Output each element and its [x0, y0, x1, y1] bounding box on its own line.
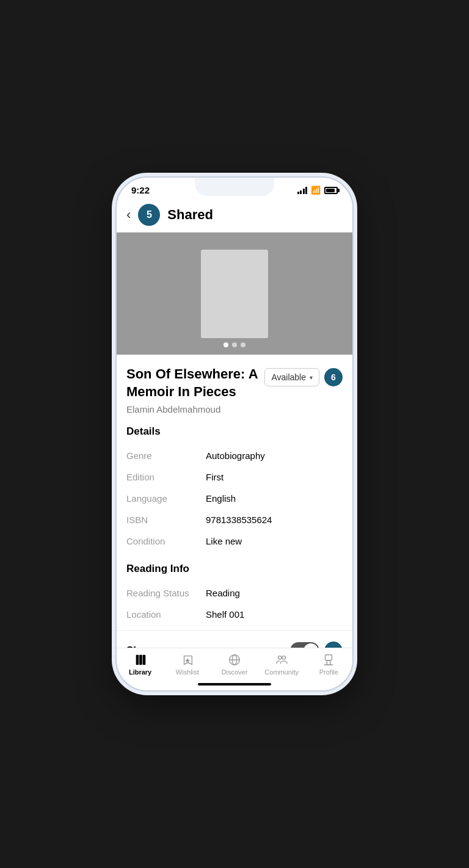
- book-cover-placeholder: [201, 250, 268, 338]
- wifi-icon: 📶: [311, 186, 321, 195]
- community-icon: [275, 653, 288, 667]
- carousel-dot-1[interactable]: [224, 342, 228, 347]
- phone-screen: 9:22 📶 ‹ 5 Shared: [117, 178, 352, 690]
- detail-row: Edition First: [126, 466, 343, 488]
- svg-rect-0: [136, 655, 139, 665]
- header-title: Shared: [167, 207, 213, 223]
- app-header: ‹ 5 Shared: [117, 198, 352, 233]
- carousel-dot-3[interactable]: [241, 342, 245, 347]
- reading-value: Shelf 001: [206, 609, 244, 620]
- detail-row: ISBN 9781338535624: [126, 509, 343, 530]
- nav-wishlist[interactable]: Wishlist: [169, 653, 206, 676]
- details-section-title: Details: [126, 425, 343, 438]
- signal-bars-icon: [297, 187, 308, 194]
- share-row: Share 7: [126, 642, 343, 648]
- detail-row: Genre Autobiography: [126, 445, 343, 466]
- reading-label: Reading Status: [126, 588, 206, 598]
- detail-row: Language English: [126, 488, 343, 509]
- reading-info-row: Reading Status Reading: [126, 582, 343, 604]
- book-author: Elamin Abdelmahmoud: [126, 404, 343, 414]
- detail-label: ISBN: [126, 515, 206, 525]
- signal-bar-1: [297, 192, 299, 194]
- detail-value: 9781338535624: [206, 515, 272, 525]
- detail-value: First: [206, 472, 224, 482]
- status-icons: 📶: [297, 186, 338, 195]
- profile-icon: [322, 653, 335, 667]
- svg-rect-9: [325, 655, 332, 660]
- svg-point-7: [278, 656, 282, 660]
- toggle-knob: [304, 643, 318, 648]
- library-icon: [134, 653, 147, 667]
- book-info: Son Of Elsewhere: A Memoir In Pieces Ava…: [117, 355, 352, 414]
- status-time: 9:22: [131, 185, 150, 195]
- phone-frame: 9:22 📶 ‹ 5 Shared: [115, 176, 354, 692]
- status-dropdown-wrapper: Available ▾ 6: [264, 368, 343, 386]
- share-badge-7: 7: [324, 642, 343, 648]
- svg-rect-2: [142, 655, 145, 665]
- detail-value: Autobiography: [206, 450, 265, 461]
- discover-icon: [228, 653, 241, 667]
- battery-icon: [324, 187, 338, 194]
- share-section: Share 7 Book is available for other user…: [117, 630, 352, 648]
- status-dropdown-label: Available: [271, 372, 306, 382]
- nav-community[interactable]: Community: [263, 653, 300, 676]
- carousel-dots: [224, 342, 245, 347]
- detail-label: Language: [126, 493, 206, 504]
- detail-value: Like new: [206, 536, 242, 546]
- book-title: Son Of Elsewhere: A Memoir In Pieces: [126, 366, 258, 400]
- reading-label: Location: [126, 609, 206, 620]
- nav-profile-label: Profile: [319, 668, 338, 676]
- details-rows: Genre Autobiography Edition First Langua…: [126, 445, 343, 552]
- nav-library-label: Library: [129, 668, 151, 676]
- share-toggle[interactable]: [290, 642, 319, 648]
- detail-value: English: [206, 493, 236, 504]
- reading-info-section: Reading Info Reading Status Reading Loca…: [117, 552, 352, 625]
- nav-community-label: Community: [264, 668, 299, 676]
- status-dropdown[interactable]: Available ▾: [264, 368, 319, 386]
- reading-value: Reading: [206, 588, 240, 598]
- battery-fill: [326, 189, 335, 192]
- main-content: Son Of Elsewhere: A Memoir In Pieces Ava…: [117, 233, 352, 648]
- signal-bar-4: [305, 187, 307, 194]
- svg-rect-1: [139, 655, 142, 665]
- svg-point-8: [282, 656, 286, 660]
- chevron-down-icon: ▾: [310, 374, 313, 381]
- nav-discover[interactable]: Discover: [216, 653, 253, 676]
- share-badge-wrapper: 7: [290, 642, 343, 648]
- book-title-row: Son Of Elsewhere: A Memoir In Pieces Ava…: [126, 366, 343, 400]
- wishlist-icon: [181, 653, 194, 667]
- back-button[interactable]: ‹: [126, 207, 131, 223]
- nav-wishlist-label: Wishlist: [176, 668, 199, 676]
- reading-info-row: Location Shelf 001: [126, 604, 343, 625]
- detail-row: Condition Like new: [126, 530, 343, 552]
- detail-label: Edition: [126, 472, 206, 482]
- carousel-dot-2[interactable]: [232, 342, 237, 347]
- reading-info-rows: Reading Status Reading Location Shelf 00…: [126, 582, 343, 625]
- signal-bar-3: [303, 189, 305, 194]
- home-indicator: [117, 678, 352, 690]
- reading-info-title: Reading Info: [126, 563, 343, 575]
- header-badge: 5: [138, 204, 160, 226]
- detail-label: Condition: [126, 536, 206, 546]
- bottom-nav: Library Wishlist Discover: [117, 648, 352, 678]
- nav-profile[interactable]: Profile: [310, 653, 347, 676]
- status-badge-6: 6: [324, 368, 343, 386]
- nav-library[interactable]: Library: [122, 653, 159, 676]
- details-section: Details Genre Autobiography Edition Firs…: [117, 414, 352, 552]
- detail-label: Genre: [126, 450, 206, 461]
- signal-bar-2: [300, 190, 302, 194]
- book-image-area: [117, 233, 352, 355]
- home-bar: [198, 683, 271, 685]
- notch: [195, 178, 274, 196]
- nav-discover-label: Discover: [222, 668, 248, 676]
- svg-rect-10: [327, 660, 331, 665]
